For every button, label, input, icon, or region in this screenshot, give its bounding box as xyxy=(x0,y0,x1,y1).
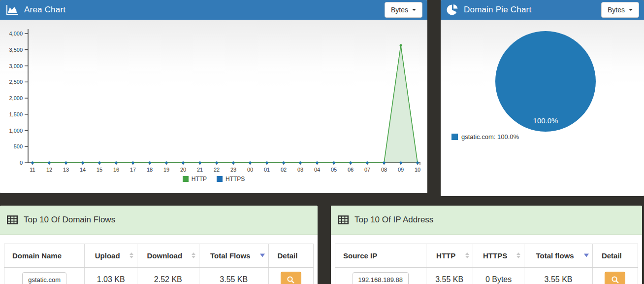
cell-upload: 1.03 KB xyxy=(85,267,137,284)
col-label: HTTPS xyxy=(483,251,507,260)
http-legend-swatch xyxy=(183,176,189,182)
col-total-flows[interactable]: Total flows xyxy=(524,244,592,268)
col-upload[interactable]: Upload xyxy=(85,244,137,268)
sort-icon[interactable] xyxy=(192,252,195,258)
pie-slice-percentage: 100.0% xyxy=(495,116,596,125)
search-icon xyxy=(287,276,295,284)
col-https[interactable]: HTTPS xyxy=(473,244,524,268)
cell-http: 3.55 KB xyxy=(426,267,473,284)
svg-text:17: 17 xyxy=(130,167,136,173)
search-icon xyxy=(611,276,619,284)
svg-text:3,000: 3,000 xyxy=(9,63,23,69)
pie-legend-swatch xyxy=(451,134,458,140)
svg-text:01: 01 xyxy=(264,167,270,173)
legend-entry-https: HTTPS xyxy=(217,176,245,182)
sort-icon[interactable] xyxy=(129,252,133,258)
svg-text:22: 22 xyxy=(214,167,220,173)
svg-text:19: 19 xyxy=(163,167,169,173)
svg-text:18: 18 xyxy=(147,167,153,173)
col-download[interactable]: Download xyxy=(137,244,199,268)
detail-search-button[interactable] xyxy=(281,272,301,284)
svg-text:2,500: 2,500 xyxy=(9,79,23,85)
area-chart-panel: Area Chart Bytes 05001,0001,5002,0002,50… xyxy=(0,0,427,193)
area-chart-header: Area Chart Bytes xyxy=(0,0,427,20)
pie-unit-label: Bytes xyxy=(608,6,625,14)
col-label: Domain Name xyxy=(12,251,62,260)
col-detail: Detail xyxy=(592,244,638,268)
col-label: Total Flows xyxy=(210,251,250,260)
pie-chart-icon xyxy=(447,4,458,16)
ip-address-header: Top 10 Of IP Address xyxy=(331,206,642,235)
cell-download: 2.52 KB xyxy=(137,267,199,284)
svg-text:1,500: 1,500 xyxy=(9,111,23,117)
svg-text:21: 21 xyxy=(197,167,203,173)
table-icon xyxy=(338,215,349,224)
cell-total: 3.55 KB xyxy=(199,267,268,284)
pie-chart-body: 100.0% gstatic.com: 100.0% xyxy=(441,20,644,196)
cell-total: 3.55 KB xyxy=(524,267,592,284)
domain-pie-panel: Domain Pie Chart Bytes 100.0% gstatic.co… xyxy=(441,0,644,196)
area-chart-svg: 05001,0001,5002,0002,5003,0003,5004,0001… xyxy=(0,20,427,174)
col-total-flows[interactable]: Total Flows xyxy=(199,244,268,268)
table-row: gstatic.com 1.03 KB 2.52 KB 3.55 KB xyxy=(4,267,314,284)
domain-link[interactable]: gstatic.com xyxy=(22,272,66,284)
pie-unit-dropdown[interactable]: Bytes xyxy=(601,2,639,18)
svg-text:16: 16 xyxy=(113,167,119,173)
svg-text:03: 03 xyxy=(297,167,303,173)
pie-slice-gstatic[interactable]: 100.0% xyxy=(495,31,596,132)
col-detail: Detail xyxy=(268,244,313,268)
table-icon xyxy=(7,215,18,224)
col-label: Detail xyxy=(278,251,298,260)
svg-text:2,000: 2,000 xyxy=(9,95,23,101)
table-header-row: Domain Name Upload Download Total Flows xyxy=(4,244,314,268)
svg-text:04: 04 xyxy=(314,167,320,173)
http-legend-label: HTTP xyxy=(192,176,207,182)
svg-text:08: 08 xyxy=(381,167,387,173)
svg-text:3,500: 3,500 xyxy=(9,47,23,53)
area-chart-icon xyxy=(6,4,19,15)
panel-title: Area Chart xyxy=(24,5,65,15)
col-label: Total flows xyxy=(536,251,574,260)
pie-legend-label: gstatic.com: 100.0% xyxy=(461,133,519,141)
sort-desc-icon[interactable] xyxy=(260,254,265,257)
svg-text:07: 07 xyxy=(364,167,370,173)
svg-text:0: 0 xyxy=(20,160,23,166)
col-label: Upload xyxy=(95,251,120,260)
svg-text:12: 12 xyxy=(46,167,52,173)
ip-address-table-wrap: Source IP HTTP HTTPS Total flows xyxy=(331,244,642,284)
domain-flows-panel: Top 10 Of Domain Flows Domain Name Uploa… xyxy=(0,206,318,284)
svg-text:23: 23 xyxy=(230,167,236,173)
sort-desc-icon[interactable] xyxy=(584,254,589,257)
https-legend-label: HTTPS xyxy=(225,176,245,182)
panel-title: Domain Pie Chart xyxy=(464,5,531,15)
col-label: Download xyxy=(147,251,182,260)
cell-domain: gstatic.com xyxy=(4,267,85,284)
panel-title: Top 10 Of Domain Flows xyxy=(24,215,115,225)
svg-text:09: 09 xyxy=(398,167,404,173)
svg-text:1,000: 1,000 xyxy=(9,128,23,134)
cell-detail xyxy=(268,267,313,284)
svg-text:4,000: 4,000 xyxy=(9,31,23,36)
chevron-down-icon xyxy=(412,9,416,11)
pie-legend: gstatic.com: 100.0% xyxy=(451,133,519,141)
svg-text:14: 14 xyxy=(80,167,86,173)
svg-text:06: 06 xyxy=(348,167,354,173)
cell-source-ip: 192.168.189.88 xyxy=(335,267,426,284)
sort-icon[interactable] xyxy=(465,252,469,258)
domain-flows-table: Domain Name Upload Download Total Flows xyxy=(4,244,314,284)
sort-icon[interactable] xyxy=(516,252,520,258)
col-http[interactable]: HTTP xyxy=(426,244,473,268)
area-unit-dropdown[interactable]: Bytes xyxy=(385,2,422,18)
legend-entry-http: HTTP xyxy=(183,176,207,182)
panel-title: Top 10 Of IP Address xyxy=(354,215,433,225)
https-legend-swatch xyxy=(217,176,223,182)
ip-address-panel: Top 10 Of IP Address Source IP HTTP xyxy=(331,206,642,284)
col-source-ip: Source IP xyxy=(335,244,426,268)
svg-text:10: 10 xyxy=(415,167,420,173)
svg-text:00: 00 xyxy=(247,167,253,173)
detail-search-button[interactable] xyxy=(605,272,625,284)
col-label: Detail xyxy=(602,251,622,260)
svg-text:20: 20 xyxy=(180,167,186,173)
ip-link[interactable]: 192.168.189.88 xyxy=(353,272,409,284)
area-unit-label: Bytes xyxy=(391,6,408,14)
